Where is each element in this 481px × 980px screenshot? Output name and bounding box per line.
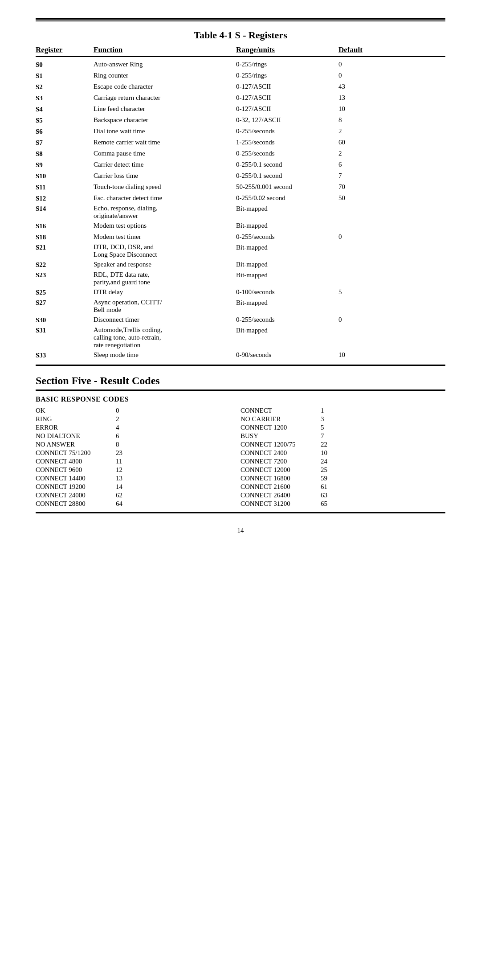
cell-range: 0-255/rings	[236, 60, 338, 70]
cell-default: 2	[338, 149, 356, 159]
cell-function: DTR delay	[94, 287, 236, 297]
header-range: Range/units	[236, 45, 338, 54]
result-num: 22	[321, 441, 338, 448]
subsection-title: BASIC RESPONSE CODES	[36, 395, 445, 403]
table-row: S16 Modem test options Bit-mapped	[36, 221, 445, 231]
bottom-rule-2	[36, 512, 445, 513]
result-code-row: CONNECT 4800 11 CONNECT 7200 24	[36, 458, 445, 465]
table-row: S22 Speaker and response Bit-mapped	[36, 260, 445, 270]
result-left: CONNECT 14400 13	[36, 475, 240, 482]
result-label: CONNECT 7200	[240, 458, 321, 465]
result-num: 8	[116, 441, 134, 448]
result-code-row: CONNECT 9600 12 CONNECT 12000 25	[36, 466, 445, 474]
cell-default: 8	[338, 115, 356, 125]
result-left: NO DIALTONE 6	[36, 432, 240, 440]
cell-default: 0	[338, 60, 356, 70]
result-label: NO DIALTONE	[36, 432, 116, 440]
result-num: 59	[321, 475, 338, 482]
result-label: CONNECT 9600	[36, 466, 116, 474]
cell-default: 0	[338, 71, 356, 81]
cell-range: 0-127/ASCII	[236, 93, 338, 103]
result-label: CONNECT 26400	[240, 492, 321, 499]
result-right: BUSY 7	[240, 432, 445, 440]
result-code-row: CONNECT 28800 64 CONNECT 31200 65	[36, 500, 445, 508]
result-right: CONNECT 12000 25	[240, 466, 445, 474]
cell-default: 0	[338, 232, 356, 242]
header-function: Function	[94, 45, 236, 54]
table-title: Table 4-1 S - Registers	[36, 29, 445, 41]
result-num: 62	[116, 492, 134, 499]
cell-function: Sleep mode time	[94, 350, 236, 360]
header-register: Register	[36, 45, 94, 54]
cell-default: 2	[338, 127, 356, 136]
cell-function: Dial tone wait time	[94, 127, 236, 136]
result-label: NO CARRIER	[240, 415, 321, 423]
result-left: CONNECT 4800 11	[36, 458, 240, 465]
header-default: Default	[338, 45, 363, 54]
table-row: S1 Ring counter 0-255/rings 0	[36, 71, 445, 81]
cell-function: Backspace character	[94, 115, 236, 125]
cell-function: Ring counter	[94, 71, 236, 81]
result-num: 25	[321, 466, 338, 474]
cell-register: S5	[36, 115, 94, 125]
result-left: RING 2	[36, 415, 240, 423]
result-right: NO CARRIER 3	[240, 415, 445, 423]
result-code-row: CONNECT 24000 62 CONNECT 26400 63	[36, 492, 445, 499]
result-label: CONNECT 24000	[36, 492, 116, 499]
section-rule	[36, 390, 445, 391]
table-row: S12 Esc. character detect time 0-255/0.0…	[36, 193, 445, 203]
cell-register: S7	[36, 138, 94, 148]
table-row: S3 Carriage return character 0-127/ASCII…	[36, 93, 445, 103]
cell-function: Auto-answer Ring	[94, 60, 236, 70]
result-right: CONNECT 1200/75 22	[240, 441, 445, 448]
cell-range: Bit-mapped	[236, 221, 338, 231]
cell-function: Touch-tone dialing speed	[94, 182, 236, 192]
cell-range: Bit-mapped	[236, 260, 338, 270]
cell-register: S11	[36, 182, 94, 192]
cell-default: 70	[338, 182, 356, 192]
cell-register: S6	[36, 127, 94, 136]
result-right: CONNECT 7200 24	[240, 458, 445, 465]
result-label: CONNECT 28800	[36, 500, 116, 508]
bottom-rule	[36, 365, 445, 366]
result-label: CONNECT 19200	[36, 483, 116, 491]
table-row: S33 Sleep mode time 0-90/seconds 10	[36, 350, 445, 360]
cell-default: 10	[338, 104, 356, 114]
cell-function: Carrier detect time	[94, 160, 236, 170]
result-num: 65	[321, 500, 338, 508]
cell-default: 7	[338, 171, 356, 181]
top-rule-thick	[36, 18, 445, 20]
cell-function: RDL, DTE data rate, parity,and guard ton…	[94, 271, 236, 286]
result-left: CONNECT 24000 62	[36, 492, 240, 499]
cell-register: S8	[36, 149, 94, 159]
table-row: S6 Dial tone wait time 0-255/seconds 2	[36, 127, 445, 136]
cell-register: S33	[36, 350, 94, 360]
cell-function: Remote carrier wait time	[94, 138, 236, 148]
table-row: S10 Carrier loss time 0-255/0.1 second 7	[36, 171, 445, 181]
cell-register: S21	[36, 243, 94, 258]
result-label: BUSY	[240, 432, 321, 440]
result-label: RING	[36, 415, 116, 423]
table-row: S11 Touch-tone dialing speed 50-255/0.00…	[36, 182, 445, 192]
result-right: CONNECT 1200 5	[240, 424, 445, 431]
table-body: S0 Auto-answer Ring 0-255/rings 0 S1 Rin…	[36, 60, 445, 360]
cell-register: S4	[36, 104, 94, 114]
table-row: S2 Escape code character 0-127/ASCII 43	[36, 82, 445, 92]
result-code-row: NO ANSWER 8 CONNECT 1200/75 22	[36, 441, 445, 448]
result-code-row: CONNECT 14400 13 CONNECT 16800 59	[36, 475, 445, 482]
cell-register: S0	[36, 60, 94, 70]
result-num: 7	[321, 432, 338, 440]
table-row: S5 Backspace character 0-32, 127/ASCII 8	[36, 115, 445, 125]
cell-function: Carrier loss time	[94, 171, 236, 181]
result-num: 1	[321, 407, 338, 414]
result-label: CONNECT 31200	[240, 500, 321, 508]
cell-register: S30	[36, 315, 94, 325]
cell-default: 50	[338, 193, 356, 203]
cell-range: 0-255/0.1 second	[236, 160, 338, 170]
cell-range: 0-255/seconds	[236, 149, 338, 159]
result-num: 4	[116, 424, 134, 431]
result-right: CONNECT 16800 59	[240, 475, 445, 482]
result-label: CONNECT	[240, 407, 321, 414]
cell-default: 43	[338, 82, 356, 92]
result-left: OK 0	[36, 407, 240, 414]
